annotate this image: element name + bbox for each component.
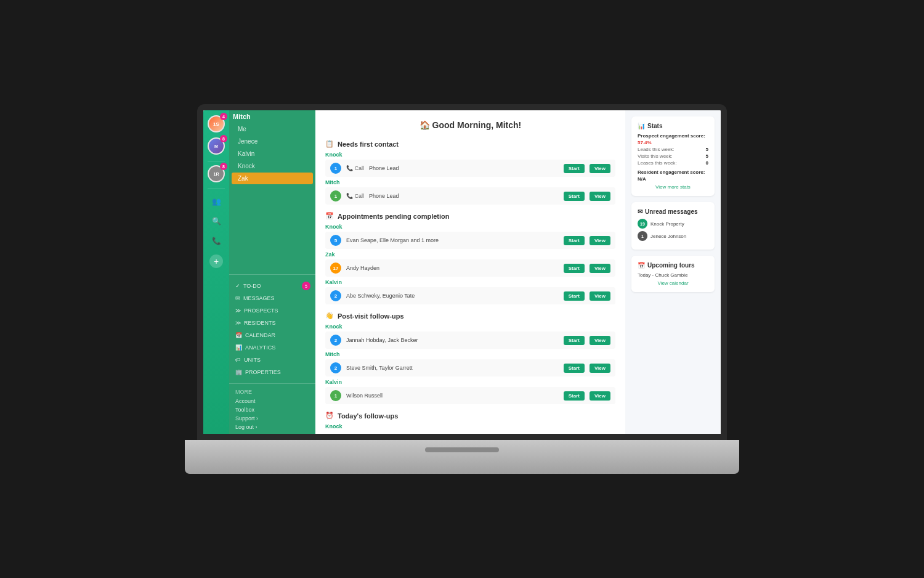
owner-mitch-1: Mitch [325,179,615,185]
nav-units[interactable]: 🏷 UNITS [229,354,315,366]
msg-badge-knock: 19 [638,219,647,229]
task-badge: 17 [330,263,341,274]
leases-row: Leases this week: 0 [638,160,708,166]
view-button[interactable]: View [590,364,610,373]
badge-8a: 8 [220,135,227,142]
view-button[interactable]: View [590,236,610,245]
start-button[interactable]: Start [564,291,585,301]
view-button[interactable]: View [590,264,610,273]
task-row: 5 Evan Seape, Elle Morgan and 1 more Sta… [325,232,615,249]
nav-prospects[interactable]: ≫ PROSPECTS [229,304,315,317]
nav-todo-label: TO-DO [243,283,261,289]
owner-knock-4: Knock [325,423,615,429]
nav-properties[interactable]: 🏢 PROPERTIES [229,366,315,378]
resident-engagement-row: N/A [638,176,708,182]
visits-value: 5 [706,153,708,159]
more-toolbox[interactable]: Toolbox [235,405,309,414]
view-button[interactable]: View [590,164,610,173]
view-button[interactable]: View [590,336,610,345]
agent-jenece[interactable]: Jenece [232,136,313,147]
add-button[interactable]: + [209,254,223,268]
start-button[interactable]: Start [564,364,585,373]
start-button[interactable]: Start [564,264,585,273]
nav-calendar-label: CALENDAR [245,332,275,338]
badge-4: 4 [220,113,227,120]
appointments-icon: 📅 [325,212,334,220]
profile-name: Mitch [229,110,315,123]
view-more-stats[interactable]: View more stats [638,184,708,190]
nav-messages-label: MESSAGES [243,295,275,301]
view-button[interactable]: View [590,291,610,301]
msg-row-knock[interactable]: 19 Knock Property [638,219,708,229]
nav-residents[interactable]: ≫ RESIDENTS [229,317,315,329]
leases-value: 0 [706,160,708,166]
leads-label: Leads this week: [638,147,675,152]
owner-zak-1: Zak [325,251,615,258]
badge-8b: 8 [220,163,227,170]
prospect-engagement-value: 57.4% [638,140,652,145]
more-logout[interactable]: Log out › [235,423,309,431]
agent-me[interactable]: Me [232,123,313,135]
task-badge: 1 [330,190,341,201]
msg-row-jenece[interactable]: 1 Jenece Johnson [638,231,708,241]
analytics-icon: 📊 [235,344,242,351]
agent-knock[interactable]: Knock [232,160,313,172]
nav-messages[interactable]: ✉ MESSAGES [229,292,315,304]
start-button[interactable]: Start [564,236,585,245]
sidebar-nav: ✓ TO-DO 5 ✉ MESSAGES ≫ PROSPECTS ≫ RES [229,277,315,381]
nav-todo[interactable]: ✓ TO-DO 5 [229,280,315,292]
stats-widget: 📊 Stats Prospect engagement score: 57.4%… [631,116,715,196]
owner-mitch-2: Mitch [325,351,615,357]
unread-icon: ✉ [638,208,642,215]
tours-icon: 📅 [638,262,645,269]
view-button[interactable]: View [590,192,610,201]
msg-name-knock: Knock Property [650,221,684,227]
owner-knock-3: Knock [325,324,615,330]
task-type: 📞 Call [346,165,364,171]
agent-kalvin[interactable]: Kalvin [232,148,313,160]
nav-calendar[interactable]: 📅 CALENDAR [229,329,315,341]
upcoming-tours-widget: 📅 Upcoming tours Today - Chuck Gamble Vi… [631,256,715,292]
agent-zak[interactable]: Zak [232,173,313,184]
start-button[interactable]: Start [564,164,585,173]
team-icon[interactable]: 👥 [208,193,225,210]
view-calendar-link[interactable]: View calendar [638,280,708,286]
greeting: 🏠 Good Morning, Mitch! [325,120,615,130]
leads-value: 5 [706,147,708,152]
main-sidebar: Mitch Me Jenece Kalvin Knock Zak ✓ TO-DO… [229,110,315,434]
owner-kalvin-1: Kalvin [325,279,615,285]
section-appointments: 📅 Appointments pending completion [325,212,615,220]
task-name: Wilson Russell [346,393,559,399]
msg-name-jenece: Jenece Johnson [650,234,686,239]
prospect-engagement-label: Prospect engagement score: [638,133,708,139]
task-badge: 1 [330,163,341,174]
todays-followups-icon: ⏰ [325,412,334,420]
visits-row: Visits this week: 5 [638,153,708,159]
start-button[interactable]: Start [564,391,585,401]
task-row: 1 📞 Call Phone Lead Start View [325,187,615,205]
more-section: MORE Account Toolbox Support › Log out › [229,386,315,434]
search-icon[interactable]: 🔍 [208,213,225,230]
nav-properties-label: PROPERTIES [245,369,281,375]
upcoming-tours-title: 📅 Upcoming tours [638,262,708,269]
start-button[interactable]: Start [564,336,585,345]
task-badge: 1 [330,390,341,401]
appointments-title: Appointments pending completion [338,213,450,220]
nav-analytics[interactable]: 📊 ANALYTICS [229,341,315,354]
stats-icon: 📊 [638,123,645,129]
section-post-visit: 👋 Post-visit follow-ups [325,312,615,320]
tour-item: Today - Chuck Gamble [638,272,708,278]
owner-knock-1: Knock [325,152,615,158]
more-account[interactable]: Account [235,397,309,405]
task-name: Andy Hayden [346,265,559,271]
more-support[interactable]: Support › [235,414,309,423]
post-visit-icon: 👋 [325,312,334,320]
start-button[interactable]: Start [564,192,585,201]
task-name: Steve Smith, Taylor Garrett [346,365,559,371]
task-badge: 2 [330,290,341,301]
view-button[interactable]: View [590,391,610,401]
task-row: 1 Wilson Russell Start View [325,387,615,404]
nav-units-label: UNITS [244,357,261,363]
task-row: 1 📞 Call Phone Lead Start View [325,160,615,177]
phone-icon[interactable]: 📞 [208,232,225,250]
